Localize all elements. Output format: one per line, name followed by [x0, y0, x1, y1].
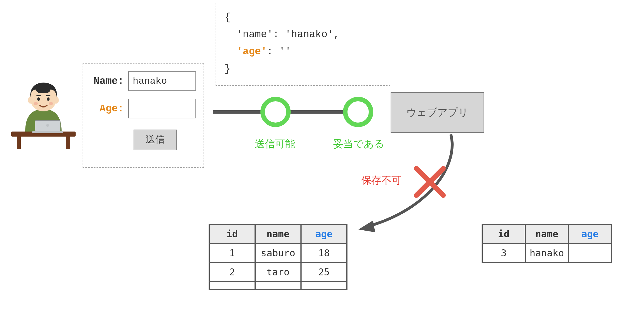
- age-label: Age:: [90, 103, 124, 114]
- valid-circle-icon: [343, 97, 373, 127]
- svg-point-9: [28, 97, 32, 104]
- col-name: name: [525, 224, 568, 243]
- table-row: [209, 282, 347, 289]
- svg-rect-2: [66, 137, 70, 149]
- col-name: name: [255, 224, 301, 243]
- save-error-label: 保存不可: [361, 174, 402, 187]
- cross-icon: [413, 165, 447, 199]
- svg-point-16: [49, 102, 53, 105]
- table-row: 2 taro 25: [209, 263, 347, 282]
- user-illustration: [8, 78, 78, 151]
- pending-table: id name age 3 hanako: [482, 224, 612, 263]
- svg-point-6: [46, 124, 49, 127]
- svg-point-10: [54, 97, 59, 104]
- svg-point-15: [34, 102, 38, 105]
- submit-button[interactable]: 送信: [134, 130, 177, 150]
- svg-point-11: [37, 97, 40, 101]
- json-payload: { 'name': 'hanako', 'age': '' }: [216, 3, 390, 86]
- database-table: id name age 1 saburo 18 2 taro 25: [209, 224, 347, 290]
- svg-marker-19: [358, 221, 375, 232]
- svg-rect-1: [17, 137, 21, 149]
- col-id: id: [209, 224, 255, 243]
- table-row: 3 hanako: [482, 243, 612, 263]
- col-id: id: [482, 224, 525, 243]
- table-row: 1 saburo 18: [209, 243, 347, 263]
- svg-rect-7: [32, 131, 63, 133]
- name-input[interactable]: hanako: [128, 71, 196, 91]
- age-input[interactable]: [128, 99, 196, 118]
- webapp-box: ウェブアプリ: [391, 92, 484, 133]
- sendable-circle-icon: [260, 97, 291, 127]
- input-form: Name: hanako Age: 送信: [83, 63, 204, 168]
- svg-rect-14: [46, 95, 50, 96]
- svg-point-12: [47, 97, 50, 101]
- sendable-label: 送信可能: [255, 137, 295, 151]
- col-age: age: [568, 224, 612, 243]
- svg-rect-13: [36, 95, 41, 96]
- col-age: age: [301, 224, 347, 243]
- name-label: Name:: [90, 76, 124, 87]
